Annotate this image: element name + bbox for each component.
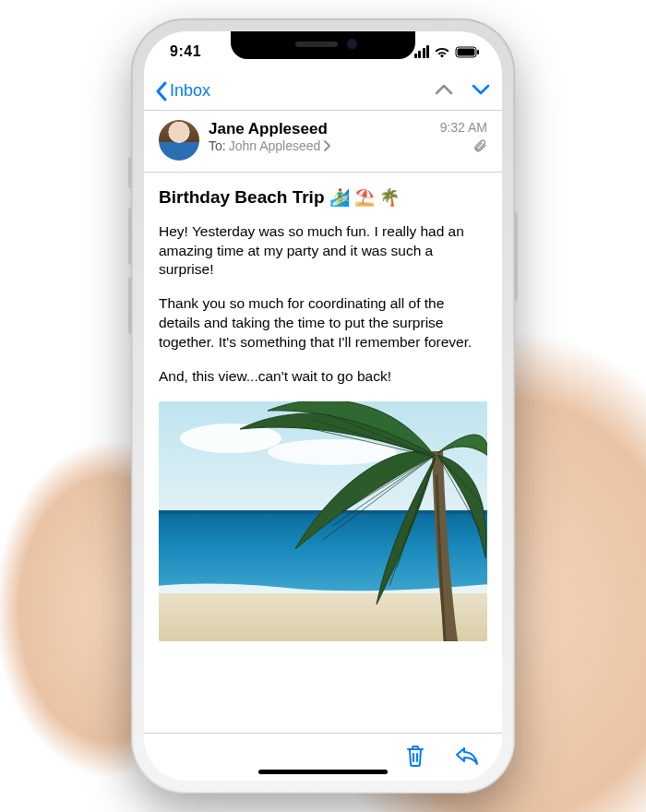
svg-rect-8	[159, 593, 487, 641]
status-time: 9:41	[170, 43, 201, 60]
chevron-right-icon	[323, 140, 330, 151]
status-icons	[414, 45, 481, 58]
message-timestamp: 9:32 AM	[440, 120, 487, 135]
next-message-button[interactable]	[471, 83, 491, 100]
previous-message-button[interactable]	[434, 83, 454, 100]
reply-button[interactable]	[454, 745, 480, 770]
recipients-row[interactable]: To: John Appleseed	[209, 138, 431, 153]
volume-down-button	[128, 277, 132, 334]
nav-bar: Inbox	[144, 72, 502, 111]
body-paragraph-1: Hey! Yesterday was so much fun. I really…	[159, 222, 487, 281]
message-header: Jane Appleseed To: John Appleseed 9:32 A…	[144, 111, 502, 173]
message-body: Birthday Beach Trip 🏄‍♂️ ⛱️ 🌴 Hey! Yeste…	[144, 173, 502, 733]
subject-emoji: 🏄‍♂️ ⛱️ 🌴	[329, 188, 400, 207]
body-paragraph-3: And, this view...can't wait to go back!	[159, 367, 487, 387]
back-button[interactable]: Inbox	[155, 81, 210, 102]
volume-up-button	[128, 208, 132, 265]
subject-text: Birthday Beach Trip	[159, 187, 325, 207]
svg-rect-1	[458, 48, 475, 55]
battery-icon	[455, 46, 480, 58]
screen: 9:41 Inbox	[144, 31, 502, 781]
to-label: To:	[209, 138, 226, 153]
back-label: Inbox	[170, 81, 210, 101]
sender-name[interactable]: Jane Appleseed	[209, 120, 431, 138]
body-paragraph-2: Thank you so much for coordinating all o…	[159, 294, 487, 352]
side-button	[514, 212, 518, 301]
cellular-icon	[414, 45, 430, 58]
svg-point-4	[180, 424, 281, 453]
trash-button[interactable]	[404, 744, 426, 771]
notch	[231, 31, 415, 59]
recipient-name: John Appleseed	[229, 138, 321, 153]
phone-frame: 9:41 Inbox	[131, 18, 515, 794]
paperclip-icon	[473, 138, 487, 156]
mute-switch	[128, 157, 132, 188]
attached-photo[interactable]	[159, 401, 487, 641]
message-subject: Birthday Beach Trip 🏄‍♂️ ⛱️ 🌴	[159, 185, 487, 209]
avatar[interactable]	[159, 120, 199, 161]
chevron-left-icon	[155, 81, 168, 102]
wifi-icon	[434, 46, 450, 58]
svg-point-5	[268, 439, 397, 465]
home-indicator[interactable]	[258, 770, 388, 774]
svg-rect-2	[477, 50, 479, 54]
